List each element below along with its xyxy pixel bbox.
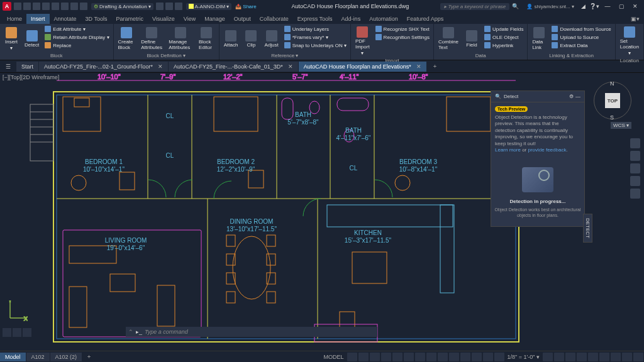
viewcube-face[interactable]: TOP [605, 93, 620, 108]
update-fields-button[interactable]: Update Fields [482, 25, 525, 33]
tab-output[interactable]: Output [230, 14, 255, 24]
attach-button[interactable]: Attach [221, 25, 241, 52]
lineweight-icon[interactable] [415, 353, 425, 361]
panel-close-icon[interactable]: — [575, 94, 580, 99]
tab-addins[interactable]: Add-ins [337, 14, 365, 24]
insert-block-button[interactable]: Insert▾ [2, 25, 21, 52]
view-ctrl-icon[interactable] [3, 328, 11, 337]
minimize-button[interactable]: — [601, 2, 614, 11]
layout-tab[interactable]: A102 (2) [50, 353, 82, 361]
annotation-scale[interactable]: 1/8" = 1'-0" ▾ [505, 354, 542, 360]
tab-insert[interactable]: Insert [26, 14, 50, 24]
panel-settings-icon[interactable]: ⚙ [569, 94, 574, 99]
wcs-dropdown[interactable]: WCS ▾ [611, 122, 631, 129]
panel-blockdef[interactable]: Block Definition ▾ [116, 52, 217, 58]
hardware-accel-icon[interactable] [611, 353, 621, 361]
app-logo[interactable]: A [3, 2, 11, 11]
tab-manage[interactable]: Manage [200, 14, 230, 24]
underlay-layers-button[interactable]: Underlay Layers [282, 25, 348, 33]
recognize-shx-button[interactable]: Recognize SHX Text [374, 25, 431, 33]
field-button[interactable]: Field [462, 25, 481, 52]
maximize-button[interactable]: ▢ [615, 2, 628, 11]
plot-icon[interactable] [61, 3, 69, 10]
feedback-link[interactable]: provide feedback [528, 147, 566, 153]
close-icon[interactable]: ✕ [288, 63, 293, 70]
view-ctrl-icon[interactable] [23, 328, 31, 337]
adjust-button[interactable]: Adjust [262, 25, 280, 52]
pdf-import-button[interactable]: PDF Import▾ [353, 25, 372, 57]
layer-dropdown[interactable]: A-ANNO-DIM ▾ [186, 3, 231, 10]
tab-featured[interactable]: Featured Apps [402, 14, 448, 24]
lock-ui-icon[interactable] [588, 353, 598, 361]
add-layout-button[interactable]: ＋ [82, 351, 96, 362]
cmd-history-icon[interactable]: ⌃ [128, 329, 133, 335]
define-attributes-button[interactable]: Define Attributes [138, 25, 165, 52]
tab-collaborate[interactable]: Collaborate [255, 14, 293, 24]
detect-side-tab[interactable]: DETECT [583, 214, 592, 243]
workspace-switch-icon[interactable] [543, 353, 553, 361]
hyperlink-button[interactable]: Hyperlink [482, 41, 525, 49]
ucs-icon[interactable]: YX [6, 300, 28, 322]
manage-attributes-button[interactable]: Manage Attributes [166, 25, 195, 52]
download-source-button[interactable]: Download from Source [550, 25, 613, 33]
dynamic-ucs-icon[interactable] [460, 353, 470, 361]
share-button[interactable]: 📤 Share [235, 4, 257, 9]
replace-button[interactable]: Replace [43, 41, 111, 49]
filter-icon[interactable] [472, 353, 482, 361]
showmotion-icon[interactable] [630, 189, 640, 199]
saveas-icon[interactable] [42, 3, 50, 10]
create-block-button[interactable]: Create Block [116, 25, 138, 52]
tab-annotate[interactable]: Annotate [50, 14, 81, 24]
data-link-button[interactable]: Data Link [530, 25, 548, 52]
panel-reference[interactable]: Reference ▾ [221, 52, 348, 58]
snap-toggle-icon[interactable] [358, 353, 369, 361]
isolate-icon[interactable] [599, 353, 609, 361]
add-tab-button[interactable]: ＋ [427, 60, 443, 72]
polar-toggle-icon[interactable] [381, 353, 391, 361]
gizmo-icon[interactable] [483, 353, 493, 361]
view-label[interactable]: [−][Top][2D Wireframe] [3, 74, 59, 80]
web-icon[interactable] [52, 3, 59, 10]
set-location-button[interactable]: Set Location▾ [618, 25, 641, 57]
ortho-toggle-icon[interactable] [370, 353, 380, 361]
quick-props-icon[interactable] [577, 353, 587, 361]
layout-tab[interactable]: A102 [26, 353, 50, 361]
osnap-toggle-icon[interactable] [392, 353, 402, 361]
annotation-monitor-icon[interactable] [554, 353, 564, 361]
orbit-icon[interactable] [630, 176, 640, 186]
otrack-toggle-icon[interactable] [404, 353, 414, 361]
transparency-icon[interactable] [426, 353, 436, 361]
tab-parametric[interactable]: Parametric [111, 14, 148, 24]
open-icon[interactable] [23, 3, 31, 10]
tab-express[interactable]: Express Tools [293, 14, 337, 24]
view-ctrl-icon[interactable] [13, 328, 21, 337]
units-icon[interactable] [565, 353, 575, 361]
qat-icon[interactable] [156, 3, 164, 10]
frames-button[interactable]: *Frames vary* ▾ [282, 33, 348, 41]
tab-automation[interactable]: Automation [365, 14, 402, 24]
redo-icon[interactable] [80, 3, 87, 10]
snap-underlays-button[interactable]: Snap to Underlays ON ▾ [282, 41, 348, 49]
save-icon[interactable] [33, 3, 40, 10]
nav-wheel-icon[interactable] [630, 138, 640, 148]
start-tab[interactable]: Start [16, 62, 39, 72]
new-icon[interactable] [14, 3, 21, 10]
command-line[interactable]: ⌃ ▸_ Type a command [126, 327, 377, 337]
undo-icon[interactable] [70, 3, 78, 10]
ribbon-collapse-icon[interactable]: ▣▾ [626, 14, 644, 24]
modelspace-toggle[interactable]: MODEL [321, 354, 347, 360]
file-tab-menu-icon[interactable]: ☰ [3, 62, 14, 71]
user-menu[interactable]: 👤 shiyamdev.snt... ▾ [526, 4, 574, 9]
tab-home[interactable]: Home [3, 14, 26, 24]
extract-data-button[interactable]: Extract Data [550, 41, 613, 49]
help-icon[interactable]: ❔▾ [589, 3, 599, 9]
recognition-settings-button[interactable]: Recognition Settings [374, 33, 431, 41]
autodesk-icon[interactable]: ◢ [581, 3, 586, 9]
zoom-icon[interactable] [630, 163, 640, 173]
upload-source-button[interactable]: Upload to Source [550, 33, 613, 41]
3dosnap-icon[interactable] [449, 353, 459, 361]
grid-toggle-icon[interactable] [347, 353, 357, 361]
close-icon[interactable]: ✕ [416, 63, 421, 70]
clip-button[interactable]: Clip [242, 25, 260, 52]
search-icon[interactable]: 🔍 [512, 3, 519, 9]
